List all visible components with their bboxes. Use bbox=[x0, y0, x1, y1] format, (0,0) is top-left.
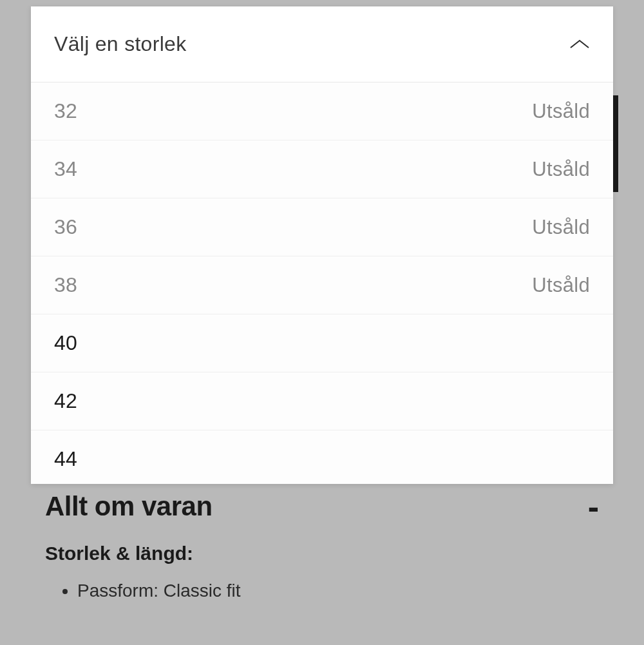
size-option-36[interactable]: 36 Utsåld bbox=[31, 198, 613, 256]
size-option-38[interactable]: 38 Utsåld bbox=[31, 256, 613, 314]
dropdown-header[interactable]: Välj en storlek bbox=[31, 6, 613, 82]
size-status: Utsåld bbox=[532, 274, 590, 297]
size-option-34[interactable]: 34 Utsåld bbox=[31, 140, 613, 198]
subsection-title: Storlek & längd: bbox=[45, 543, 599, 564]
size-status: Utsåld bbox=[532, 100, 590, 123]
size-value: 40 bbox=[54, 331, 77, 355]
size-status: Utsåld bbox=[532, 158, 590, 181]
size-status: Utsåld bbox=[532, 216, 590, 239]
section-header[interactable]: Allt om varan - bbox=[45, 490, 599, 523]
list-item: Passform: Classic fit bbox=[77, 581, 599, 601]
size-option-42[interactable]: 42 bbox=[31, 372, 613, 430]
chevron-up-icon bbox=[569, 39, 590, 50]
size-option-32[interactable]: 32 Utsåld bbox=[31, 82, 613, 140]
size-value: 44 bbox=[54, 447, 77, 471]
product-info-section: Allt om varan - Storlek & längd: Passfor… bbox=[45, 490, 599, 609]
dropdown-label: Välj en storlek bbox=[54, 32, 186, 56]
size-option-40[interactable]: 40 bbox=[31, 314, 613, 372]
size-value: 34 bbox=[54, 157, 77, 181]
collapse-icon: - bbox=[588, 490, 599, 523]
size-dropdown: Välj en storlek 32 Utsåld 34 Utsåld 36 U… bbox=[31, 6, 613, 484]
section-title: Allt om varan bbox=[45, 491, 213, 522]
size-value: 36 bbox=[54, 215, 77, 239]
size-value: 38 bbox=[54, 273, 77, 297]
size-list: 32 Utsåld 34 Utsåld 36 Utsåld 38 Utsåld … bbox=[31, 82, 613, 484]
size-value: 32 bbox=[54, 99, 77, 123]
size-value: 42 bbox=[54, 389, 77, 413]
detail-list: Passform: Classic fit bbox=[45, 581, 599, 601]
size-option-44[interactable]: 44 bbox=[31, 430, 613, 484]
